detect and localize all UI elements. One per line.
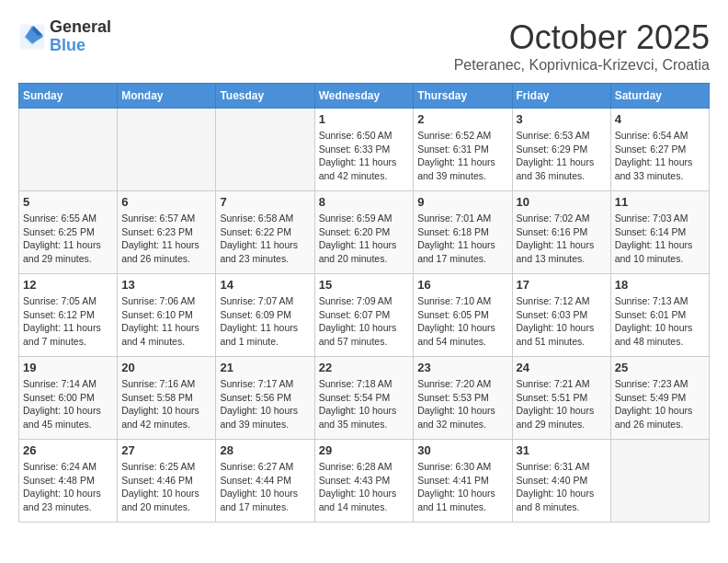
calendar-cell: 25Sunrise: 7:23 AM Sunset: 5:49 PM Dayli…: [610, 357, 709, 440]
calendar-body: 1Sunrise: 6:50 AM Sunset: 6:33 PM Daylig…: [19, 109, 710, 523]
day-number: 9: [417, 195, 507, 209]
calendar-cell: 8Sunrise: 6:59 AM Sunset: 6:20 PM Daylig…: [314, 191, 414, 274]
day-info: Sunrise: 7:16 AM Sunset: 5:58 PM Dayligh…: [121, 377, 211, 431]
day-of-week-header: Sunday: [19, 84, 118, 109]
day-of-week-header: Wednesday: [314, 84, 414, 109]
calendar-cell: [610, 440, 709, 523]
calendar-cell: 6Sunrise: 6:57 AM Sunset: 6:23 PM Daylig…: [118, 191, 216, 274]
day-number: 8: [319, 195, 410, 209]
day-info: Sunrise: 7:07 AM Sunset: 6:09 PM Dayligh…: [220, 294, 310, 349]
calendar-cell: 22Sunrise: 7:18 AM Sunset: 5:54 PM Dayli…: [314, 357, 414, 440]
day-number: 6: [121, 195, 211, 209]
day-number: 27: [121, 443, 211, 457]
day-info: Sunrise: 7:23 AM Sunset: 5:49 PM Dayligh…: [615, 377, 705, 431]
day-info: Sunrise: 6:59 AM Sunset: 6:20 PM Dayligh…: [319, 212, 410, 266]
days-of-week-row: SundayMondayTuesdayWednesdayThursdayFrid…: [19, 84, 710, 109]
day-of-week-header: Friday: [512, 84, 610, 109]
calendar-cell: 7Sunrise: 6:58 AM Sunset: 6:22 PM Daylig…: [216, 191, 314, 274]
day-info: Sunrise: 7:06 AM Sunset: 6:10 PM Dayligh…: [121, 294, 211, 349]
calendar-cell: 21Sunrise: 7:17 AM Sunset: 5:56 PM Dayli…: [216, 357, 314, 440]
calendar-cell: [19, 109, 118, 191]
day-info: Sunrise: 7:14 AM Sunset: 6:00 PM Dayligh…: [23, 377, 113, 431]
calendar-cell: [118, 109, 216, 191]
calendar-cell: 29Sunrise: 6:28 AM Sunset: 4:43 PM Dayli…: [314, 440, 414, 523]
title-section: October 2025 Peteranec, Koprivnica-Krize…: [454, 18, 710, 74]
day-info: Sunrise: 6:52 AM Sunset: 6:31 PM Dayligh…: [417, 129, 507, 183]
day-number: 19: [23, 361, 113, 374]
calendar-cell: 27Sunrise: 6:25 AM Sunset: 4:46 PM Dayli…: [118, 440, 216, 523]
day-info: Sunrise: 6:54 AM Sunset: 6:27 PM Dayligh…: [615, 129, 705, 183]
calendar-week-row: 26Sunrise: 6:24 AM Sunset: 4:48 PM Dayli…: [19, 440, 710, 523]
day-number: 10: [517, 195, 607, 209]
day-info: Sunrise: 6:58 AM Sunset: 6:22 PM Dayligh…: [220, 212, 310, 266]
month-title: October 2025: [454, 18, 710, 57]
page-header: General Blue October 2025 Peteranec, Kop…: [18, 18, 710, 74]
day-number: 24: [517, 361, 607, 374]
calendar-cell: 5Sunrise: 6:55 AM Sunset: 6:25 PM Daylig…: [19, 191, 118, 274]
calendar-week-row: 5Sunrise: 6:55 AM Sunset: 6:25 PM Daylig…: [19, 191, 710, 274]
calendar-cell: 9Sunrise: 7:01 AM Sunset: 6:18 PM Daylig…: [414, 191, 512, 274]
calendar-cell: 18Sunrise: 7:13 AM Sunset: 6:01 PM Dayli…: [610, 274, 709, 357]
day-info: Sunrise: 6:55 AM Sunset: 6:25 PM Dayligh…: [23, 212, 113, 266]
day-number: 12: [23, 278, 113, 292]
logo-text: General Blue: [50, 18, 111, 55]
calendar-cell: 15Sunrise: 7:09 AM Sunset: 6:07 PM Dayli…: [314, 274, 414, 357]
day-number: 30: [417, 443, 507, 457]
day-number: 1: [319, 112, 410, 126]
day-number: 3: [517, 112, 607, 126]
calendar-cell: 16Sunrise: 7:10 AM Sunset: 6:05 PM Dayli…: [414, 274, 512, 357]
logo: General Blue: [18, 18, 111, 55]
day-info: Sunrise: 7:09 AM Sunset: 6:07 PM Dayligh…: [319, 294, 410, 349]
day-of-week-header: Tuesday: [216, 84, 314, 109]
day-number: 23: [417, 361, 507, 374]
day-info: Sunrise: 6:25 AM Sunset: 4:46 PM Dayligh…: [121, 460, 211, 514]
calendar-cell: 11Sunrise: 7:03 AM Sunset: 6:14 PM Dayli…: [610, 191, 709, 274]
day-info: Sunrise: 7:17 AM Sunset: 5:56 PM Dayligh…: [220, 377, 310, 431]
day-number: 20: [121, 361, 211, 374]
calendar-header: SundayMondayTuesdayWednesdayThursdayFrid…: [19, 84, 710, 109]
day-number: 5: [23, 195, 113, 209]
day-number: 2: [417, 112, 507, 126]
day-info: Sunrise: 7:12 AM Sunset: 6:03 PM Dayligh…: [517, 294, 607, 349]
day-number: 18: [615, 278, 705, 292]
day-info: Sunrise: 6:53 AM Sunset: 6:29 PM Dayligh…: [517, 129, 607, 183]
day-number: 28: [220, 443, 310, 457]
day-info: Sunrise: 6:24 AM Sunset: 4:48 PM Dayligh…: [23, 460, 113, 514]
calendar-cell: 30Sunrise: 6:30 AM Sunset: 4:41 PM Dayli…: [414, 440, 512, 523]
calendar-cell: 31Sunrise: 6:31 AM Sunset: 4:40 PM Dayli…: [512, 440, 610, 523]
calendar-cell: [216, 109, 314, 191]
calendar-week-row: 12Sunrise: 7:05 AM Sunset: 6:12 PM Dayli…: [19, 274, 710, 357]
day-info: Sunrise: 7:10 AM Sunset: 6:05 PM Dayligh…: [417, 294, 507, 349]
day-of-week-header: Saturday: [610, 84, 709, 109]
day-number: 31: [517, 443, 607, 457]
logo-icon: [18, 23, 46, 51]
day-number: 16: [417, 278, 507, 292]
calendar-cell: 24Sunrise: 7:21 AM Sunset: 5:51 PM Dayli…: [512, 357, 610, 440]
day-info: Sunrise: 6:27 AM Sunset: 4:44 PM Dayligh…: [220, 460, 310, 514]
day-number: 11: [615, 195, 705, 209]
day-number: 17: [517, 278, 607, 292]
day-info: Sunrise: 6:50 AM Sunset: 6:33 PM Dayligh…: [319, 129, 410, 183]
day-number: 7: [220, 195, 310, 209]
day-info: Sunrise: 7:21 AM Sunset: 5:51 PM Dayligh…: [517, 377, 607, 431]
day-number: 21: [220, 361, 310, 374]
calendar-cell: 1Sunrise: 6:50 AM Sunset: 6:33 PM Daylig…: [314, 109, 414, 191]
day-info: Sunrise: 7:05 AM Sunset: 6:12 PM Dayligh…: [23, 294, 113, 349]
calendar-cell: 20Sunrise: 7:16 AM Sunset: 5:58 PM Dayli…: [118, 357, 216, 440]
day-of-week-header: Monday: [118, 84, 216, 109]
day-number: 4: [615, 112, 705, 126]
calendar-cell: 2Sunrise: 6:52 AM Sunset: 6:31 PM Daylig…: [414, 109, 512, 191]
calendar-cell: 17Sunrise: 7:12 AM Sunset: 6:03 PM Dayli…: [512, 274, 610, 357]
calendar-table: SundayMondayTuesdayWednesdayThursdayFrid…: [18, 83, 710, 523]
day-info: Sunrise: 7:01 AM Sunset: 6:18 PM Dayligh…: [417, 212, 507, 266]
calendar-cell: 12Sunrise: 7:05 AM Sunset: 6:12 PM Dayli…: [19, 274, 118, 357]
calendar-cell: 19Sunrise: 7:14 AM Sunset: 6:00 PM Dayli…: [19, 357, 118, 440]
day-info: Sunrise: 6:30 AM Sunset: 4:41 PM Dayligh…: [417, 460, 507, 514]
calendar-cell: 4Sunrise: 6:54 AM Sunset: 6:27 PM Daylig…: [610, 109, 709, 191]
calendar-cell: 26Sunrise: 6:24 AM Sunset: 4:48 PM Dayli…: [19, 440, 118, 523]
day-info: Sunrise: 6:31 AM Sunset: 4:40 PM Dayligh…: [517, 460, 607, 514]
day-info: Sunrise: 7:20 AM Sunset: 5:53 PM Dayligh…: [417, 377, 507, 431]
calendar-cell: 13Sunrise: 7:06 AM Sunset: 6:10 PM Dayli…: [118, 274, 216, 357]
day-number: 15: [319, 278, 410, 292]
day-info: Sunrise: 7:03 AM Sunset: 6:14 PM Dayligh…: [615, 212, 705, 266]
